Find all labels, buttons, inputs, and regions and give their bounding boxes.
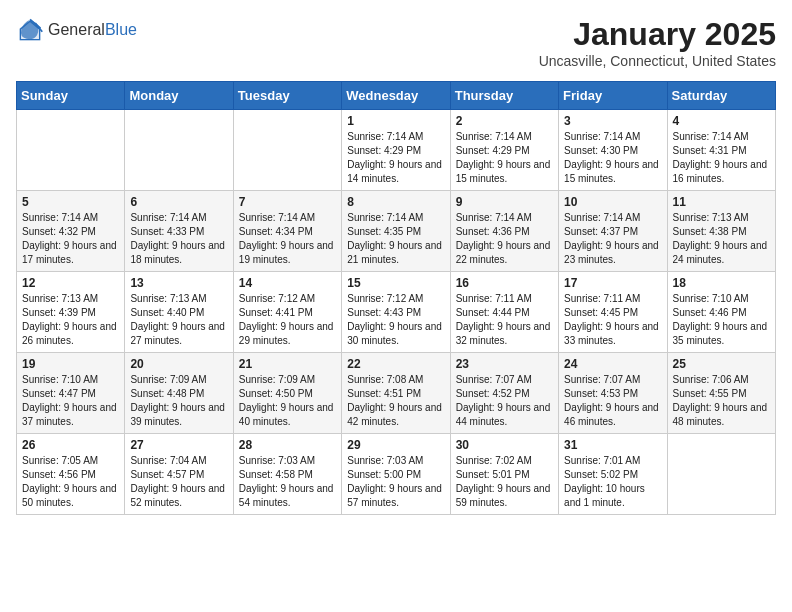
day-info: Sunrise: 7:13 AMSunset: 4:39 PMDaylight:…	[22, 292, 119, 348]
day-number: 21	[239, 357, 336, 371]
logo-text: GeneralBlue	[48, 21, 137, 39]
calendar-cell: 27Sunrise: 7:04 AMSunset: 4:57 PMDayligh…	[125, 434, 233, 515]
calendar-cell: 13Sunrise: 7:13 AMSunset: 4:40 PMDayligh…	[125, 272, 233, 353]
day-number: 25	[673, 357, 770, 371]
calendar-week-row: 5Sunrise: 7:14 AMSunset: 4:32 PMDaylight…	[17, 191, 776, 272]
logo-blue: Blue	[105, 21, 137, 38]
calendar-week-row: 26Sunrise: 7:05 AMSunset: 4:56 PMDayligh…	[17, 434, 776, 515]
day-number: 4	[673, 114, 770, 128]
day-number: 29	[347, 438, 444, 452]
day-info: Sunrise: 7:12 AMSunset: 4:41 PMDaylight:…	[239, 292, 336, 348]
calendar-cell: 20Sunrise: 7:09 AMSunset: 4:48 PMDayligh…	[125, 353, 233, 434]
day-number: 15	[347, 276, 444, 290]
day-number: 9	[456, 195, 553, 209]
day-info: Sunrise: 7:01 AMSunset: 5:02 PMDaylight:…	[564, 454, 661, 510]
day-header-sunday: Sunday	[17, 82, 125, 110]
title-block: January 2025 Uncasville, Connecticut, Un…	[539, 16, 776, 69]
day-header-friday: Friday	[559, 82, 667, 110]
page-header: GeneralBlue January 2025 Uncasville, Con…	[16, 16, 776, 69]
day-info: Sunrise: 7:09 AMSunset: 4:50 PMDaylight:…	[239, 373, 336, 429]
day-info: Sunrise: 7:13 AMSunset: 4:38 PMDaylight:…	[673, 211, 770, 267]
calendar-cell: 28Sunrise: 7:03 AMSunset: 4:58 PMDayligh…	[233, 434, 341, 515]
calendar-cell: 5Sunrise: 7:14 AMSunset: 4:32 PMDaylight…	[17, 191, 125, 272]
day-header-thursday: Thursday	[450, 82, 558, 110]
day-number: 24	[564, 357, 661, 371]
day-number: 1	[347, 114, 444, 128]
day-number: 22	[347, 357, 444, 371]
day-info: Sunrise: 7:09 AMSunset: 4:48 PMDaylight:…	[130, 373, 227, 429]
day-info: Sunrise: 7:14 AMSunset: 4:36 PMDaylight:…	[456, 211, 553, 267]
calendar-cell: 3Sunrise: 7:14 AMSunset: 4:30 PMDaylight…	[559, 110, 667, 191]
calendar-week-row: 12Sunrise: 7:13 AMSunset: 4:39 PMDayligh…	[17, 272, 776, 353]
day-number: 26	[22, 438, 119, 452]
calendar-cell: 14Sunrise: 7:12 AMSunset: 4:41 PMDayligh…	[233, 272, 341, 353]
day-number: 8	[347, 195, 444, 209]
day-info: Sunrise: 7:02 AMSunset: 5:01 PMDaylight:…	[456, 454, 553, 510]
day-info: Sunrise: 7:07 AMSunset: 4:53 PMDaylight:…	[564, 373, 661, 429]
logo-icon	[16, 16, 44, 44]
day-info: Sunrise: 7:10 AMSunset: 4:47 PMDaylight:…	[22, 373, 119, 429]
day-info: Sunrise: 7:07 AMSunset: 4:52 PMDaylight:…	[456, 373, 553, 429]
calendar-cell: 22Sunrise: 7:08 AMSunset: 4:51 PMDayligh…	[342, 353, 450, 434]
month-title: January 2025	[539, 16, 776, 53]
calendar-cell: 15Sunrise: 7:12 AMSunset: 4:43 PMDayligh…	[342, 272, 450, 353]
calendar-table: SundayMondayTuesdayWednesdayThursdayFrid…	[16, 81, 776, 515]
calendar-cell	[233, 110, 341, 191]
day-header-wednesday: Wednesday	[342, 82, 450, 110]
day-number: 19	[22, 357, 119, 371]
day-number: 20	[130, 357, 227, 371]
calendar-cell: 19Sunrise: 7:10 AMSunset: 4:47 PMDayligh…	[17, 353, 125, 434]
day-info: Sunrise: 7:14 AMSunset: 4:29 PMDaylight:…	[456, 130, 553, 186]
calendar-cell: 25Sunrise: 7:06 AMSunset: 4:55 PMDayligh…	[667, 353, 775, 434]
calendar-cell	[125, 110, 233, 191]
day-number: 11	[673, 195, 770, 209]
day-number: 16	[456, 276, 553, 290]
day-info: Sunrise: 7:11 AMSunset: 4:45 PMDaylight:…	[564, 292, 661, 348]
day-number: 10	[564, 195, 661, 209]
day-info: Sunrise: 7:04 AMSunset: 4:57 PMDaylight:…	[130, 454, 227, 510]
day-number: 2	[456, 114, 553, 128]
day-info: Sunrise: 7:14 AMSunset: 4:32 PMDaylight:…	[22, 211, 119, 267]
calendar-cell: 16Sunrise: 7:11 AMSunset: 4:44 PMDayligh…	[450, 272, 558, 353]
day-info: Sunrise: 7:05 AMSunset: 4:56 PMDaylight:…	[22, 454, 119, 510]
calendar-cell: 24Sunrise: 7:07 AMSunset: 4:53 PMDayligh…	[559, 353, 667, 434]
calendar-cell: 4Sunrise: 7:14 AMSunset: 4:31 PMDaylight…	[667, 110, 775, 191]
calendar-cell: 1Sunrise: 7:14 AMSunset: 4:29 PMDaylight…	[342, 110, 450, 191]
calendar-cell: 21Sunrise: 7:09 AMSunset: 4:50 PMDayligh…	[233, 353, 341, 434]
day-info: Sunrise: 7:03 AMSunset: 4:58 PMDaylight:…	[239, 454, 336, 510]
day-number: 5	[22, 195, 119, 209]
calendar-cell: 8Sunrise: 7:14 AMSunset: 4:35 PMDaylight…	[342, 191, 450, 272]
day-number: 12	[22, 276, 119, 290]
calendar-cell: 9Sunrise: 7:14 AMSunset: 4:36 PMDaylight…	[450, 191, 558, 272]
logo: GeneralBlue	[16, 16, 137, 44]
calendar-cell: 10Sunrise: 7:14 AMSunset: 4:37 PMDayligh…	[559, 191, 667, 272]
calendar-week-row: 19Sunrise: 7:10 AMSunset: 4:47 PMDayligh…	[17, 353, 776, 434]
day-info: Sunrise: 7:08 AMSunset: 4:51 PMDaylight:…	[347, 373, 444, 429]
day-info: Sunrise: 7:14 AMSunset: 4:29 PMDaylight:…	[347, 130, 444, 186]
calendar-cell	[17, 110, 125, 191]
calendar-cell	[667, 434, 775, 515]
day-info: Sunrise: 7:14 AMSunset: 4:33 PMDaylight:…	[130, 211, 227, 267]
day-info: Sunrise: 7:14 AMSunset: 4:34 PMDaylight:…	[239, 211, 336, 267]
day-info: Sunrise: 7:14 AMSunset: 4:35 PMDaylight:…	[347, 211, 444, 267]
location: Uncasville, Connecticut, United States	[539, 53, 776, 69]
day-number: 6	[130, 195, 227, 209]
day-info: Sunrise: 7:03 AMSunset: 5:00 PMDaylight:…	[347, 454, 444, 510]
day-number: 14	[239, 276, 336, 290]
calendar-week-row: 1Sunrise: 7:14 AMSunset: 4:29 PMDaylight…	[17, 110, 776, 191]
day-info: Sunrise: 7:06 AMSunset: 4:55 PMDaylight:…	[673, 373, 770, 429]
calendar-cell: 17Sunrise: 7:11 AMSunset: 4:45 PMDayligh…	[559, 272, 667, 353]
logo-general: General	[48, 21, 105, 38]
day-number: 13	[130, 276, 227, 290]
day-info: Sunrise: 7:11 AMSunset: 4:44 PMDaylight:…	[456, 292, 553, 348]
day-info: Sunrise: 7:12 AMSunset: 4:43 PMDaylight:…	[347, 292, 444, 348]
day-number: 31	[564, 438, 661, 452]
calendar-cell: 11Sunrise: 7:13 AMSunset: 4:38 PMDayligh…	[667, 191, 775, 272]
day-number: 18	[673, 276, 770, 290]
day-info: Sunrise: 7:14 AMSunset: 4:30 PMDaylight:…	[564, 130, 661, 186]
day-info: Sunrise: 7:14 AMSunset: 4:37 PMDaylight:…	[564, 211, 661, 267]
calendar-cell: 6Sunrise: 7:14 AMSunset: 4:33 PMDaylight…	[125, 191, 233, 272]
day-number: 17	[564, 276, 661, 290]
calendar-cell: 30Sunrise: 7:02 AMSunset: 5:01 PMDayligh…	[450, 434, 558, 515]
days-header-row: SundayMondayTuesdayWednesdayThursdayFrid…	[17, 82, 776, 110]
